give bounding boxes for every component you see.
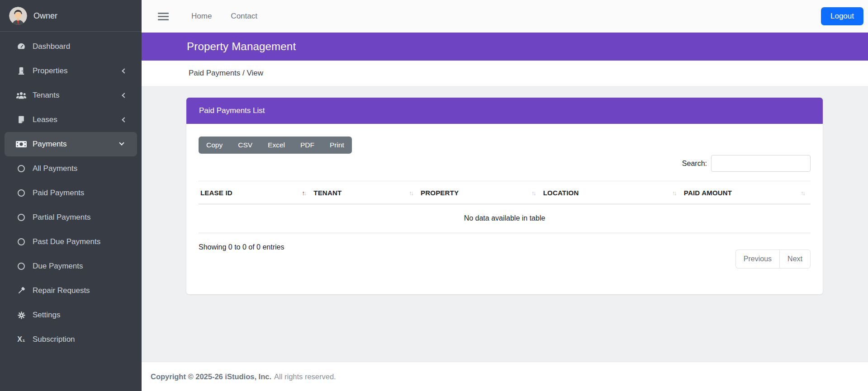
breadcrumb-bar: Paid Payments / View	[142, 61, 868, 86]
chevron-left-icon	[122, 68, 127, 73]
sidebar-item-properties[interactable]: Properties	[0, 59, 142, 83]
sidebar-item-label: Properties	[33, 66, 67, 75]
sidebar-item-label: Repair Requests	[33, 286, 90, 295]
sidebar: Owner Dashboard Properties Tenants	[0, 0, 142, 391]
previous-button[interactable]: Previous	[735, 250, 779, 269]
sidebar-item-past-due-payments[interactable]: Past Due Payments	[0, 230, 142, 254]
profile-name: Owner	[33, 11, 57, 21]
sort-icon: ↑↓	[302, 189, 309, 197]
footer-copyright: Copyright © 2025-26 iStudios, Inc.	[151, 372, 271, 381]
excel-button[interactable]: Excel	[260, 137, 293, 154]
chevron-left-icon	[122, 93, 127, 98]
footer-rights: All rights reserved.	[274, 372, 336, 381]
page-title: Property Management	[187, 40, 296, 53]
column-header-lease-id[interactable]: LEASE ID ↑↓	[199, 181, 312, 204]
table-footer: Showing 0 to 0 of 0 entries Previous Nex…	[199, 240, 811, 269]
sidebar-item-partial-payments[interactable]: Partial Payments	[0, 205, 142, 230]
sort-icon: ↑↓	[409, 189, 416, 197]
footer: Copyright © 2025-26 iStudios, Inc. All r…	[142, 362, 868, 391]
sidebar-item-label: Paid Payments	[33, 188, 84, 198]
sidebar-item-paid-payments[interactable]: Paid Payments	[0, 181, 142, 205]
csv-button[interactable]: CSV	[230, 137, 260, 154]
sidebar-item-due-payments[interactable]: Due Payments	[0, 254, 142, 278]
sidebar-item-label: All Payments	[33, 164, 77, 173]
next-button[interactable]: Next	[779, 250, 811, 269]
circle-icon	[15, 189, 27, 197]
print-button[interactable]: Print	[322, 137, 352, 154]
owner-avatar	[9, 7, 27, 25]
card-title: Paid Payments List	[199, 106, 265, 115]
content-area: Paid Payments List Copy CSV Excel PDF Pr…	[142, 86, 868, 362]
sidebar-item-label: Settings	[33, 311, 60, 320]
sort-icon: ↑↓	[672, 189, 679, 197]
card-header: Paid Payments List	[186, 98, 823, 124]
gear-icon	[15, 311, 27, 320]
sidebar-item-dashboard[interactable]: Dashboard	[0, 34, 142, 59]
chevron-down-icon	[119, 140, 124, 145]
sidebar-nav: Dashboard Properties Tenants Leases	[0, 32, 142, 352]
card-body: Copy CSV Excel PDF Print Search: LEASE I…	[186, 124, 823, 269]
logout-button[interactable]: Logout	[821, 7, 863, 25]
sidebar-item-label: Leases	[33, 115, 57, 124]
circle-icon	[15, 165, 27, 172]
sidebar-item-leases[interactable]: Leases	[0, 108, 142, 132]
copy-button[interactable]: Copy	[199, 137, 230, 154]
nav-link-home[interactable]: Home	[191, 12, 212, 21]
sidebar-item-repair-requests[interactable]: Repair Requests	[0, 278, 142, 303]
sidebar-item-all-payments[interactable]: All Payments	[0, 156, 142, 181]
sidebar-item-label: Due Payments	[33, 262, 83, 271]
breadcrumb[interactable]: Paid Payments / View	[189, 69, 263, 78]
profile[interactable]: Owner	[0, 0, 142, 32]
sidebar-item-label: Partial Payments	[33, 213, 91, 222]
column-header-tenant[interactable]: TENANT ↑↓	[312, 181, 419, 204]
column-header-property[interactable]: PROPERTY ↑↓	[419, 181, 541, 204]
payments-table: LEASE ID ↑↓ TENANT ↑↓ PROPERTY ↑↓	[199, 181, 811, 233]
hammer-icon	[15, 286, 27, 296]
sidebar-item-label: Payments	[33, 140, 67, 149]
sidebar-item-label: Subscription	[33, 335, 75, 344]
chevron-left-icon	[122, 117, 127, 122]
pdf-button[interactable]: PDF	[293, 137, 322, 154]
sort-icon: ↑↓	[801, 189, 808, 197]
table-header-row: LEASE ID ↑↓ TENANT ↑↓ PROPERTY ↑↓	[199, 181, 811, 204]
export-button-group: Copy CSV Excel PDF Print	[199, 137, 352, 154]
sidebar-item-label: Past Due Payments	[33, 237, 100, 246]
empty-table-message: No data available in table	[199, 204, 811, 233]
sidebar-item-tenants[interactable]: Tenants	[0, 83, 142, 108]
entries-info: Showing 0 to 0 of 0 entries	[199, 240, 284, 251]
sidebar-item-payments[interactable]: Payments	[5, 132, 137, 156]
money-bill-icon	[15, 140, 27, 149]
users-icon	[15, 91, 27, 100]
sidebar-item-settings[interactable]: Settings	[0, 303, 142, 327]
column-header-paid-amount[interactable]: PAID AMOUNT ↑↓	[682, 181, 811, 204]
sidebar-item-label: Tenants	[33, 91, 60, 100]
door-icon	[15, 66, 27, 76]
pagination: Previous Next	[735, 250, 811, 269]
search-input[interactable]	[711, 155, 811, 172]
subscript-icon: X₁	[15, 335, 27, 344]
circle-icon	[15, 238, 27, 245]
empty-row: No data available in table	[199, 204, 811, 233]
file-icon	[15, 115, 27, 125]
column-header-location[interactable]: LOCATION ↑↓	[541, 181, 682, 204]
sidebar-item-subscription[interactable]: X₁ Subscription	[0, 327, 142, 352]
page-header-bar: Property Management	[142, 33, 868, 61]
sidebar-item-label: Dashboard	[33, 42, 70, 51]
circle-icon	[15, 214, 27, 221]
nav-link-contact[interactable]: Contact	[231, 12, 257, 21]
paid-payments-card: Paid Payments List Copy CSV Excel PDF Pr…	[186, 98, 823, 294]
hamburger-menu-icon[interactable]	[158, 11, 169, 22]
search-row: Search:	[199, 155, 811, 172]
search-label: Search:	[682, 160, 707, 168]
main-area: Home Contact Logout Property Management …	[142, 0, 868, 391]
top-navbar: Home Contact Logout	[142, 0, 868, 33]
sort-icon: ↑↓	[531, 189, 539, 197]
dashboard-icon	[15, 42, 27, 52]
circle-icon	[15, 263, 27, 270]
